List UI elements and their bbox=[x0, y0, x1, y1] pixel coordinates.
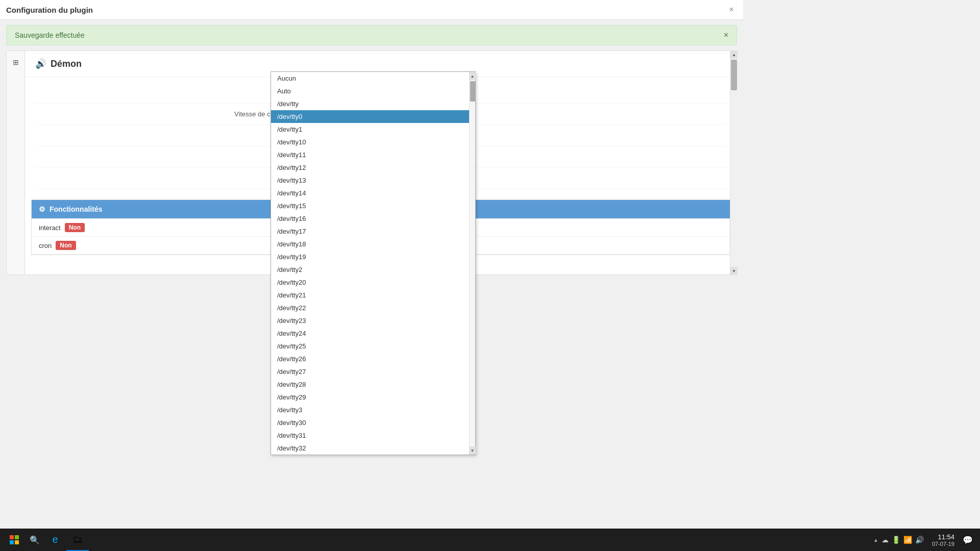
tray-wifi-icon: 📶 bbox=[903, 536, 912, 544]
search-button[interactable]: 🔍 bbox=[26, 531, 44, 549]
badge-interact: Non bbox=[65, 223, 85, 232]
dropdown-item[interactable]: /dev/tty30 bbox=[271, 416, 469, 429]
demon-icon: 🔊 bbox=[35, 58, 46, 69]
alert-close-button[interactable]: × bbox=[724, 31, 728, 40]
dropdown-item[interactable]: /dev/tty23 bbox=[271, 314, 469, 327]
tray-battery-icon: 🔋 bbox=[892, 536, 900, 544]
dropdown-scrollbar[interactable]: ▲ ▼ bbox=[469, 72, 475, 455]
titlebar: Configuration du plugin × bbox=[0, 0, 743, 20]
dropdown-item[interactable]: /dev/tty22 bbox=[271, 302, 469, 314]
dropdown-item[interactable]: /dev/tty19 bbox=[271, 251, 469, 263]
demon-title: Démon bbox=[51, 59, 82, 69]
dropdown-item[interactable]: /dev/tty26 bbox=[271, 353, 469, 365]
svg-rect-0 bbox=[10, 535, 14, 539]
clock-date: 07-07-19 bbox=[932, 541, 954, 547]
dropdown-item[interactable]: /dev/tty27 bbox=[271, 365, 469, 378]
tray-volume-icon: 🔊 bbox=[915, 536, 924, 544]
window-scrollbar[interactable]: ▲ ▼ bbox=[730, 51, 737, 275]
taskbar: 🔍 e 🗂 ▲ ☁ 🔋 📶 🔊 11:54 07-07-19 💬 bbox=[0, 529, 980, 551]
dropdown-item[interactable]: /dev/tty28 bbox=[271, 378, 469, 391]
dropdown-item[interactable]: /dev/tty10 bbox=[271, 136, 469, 148]
dropdown-item[interactable]: /dev/tty1 bbox=[271, 123, 469, 136]
scroll-down-arrow[interactable]: ▼ bbox=[730, 267, 738, 275]
dropdown-item[interactable]: /dev/tty16 bbox=[271, 212, 469, 225]
dropdown-item[interactable]: /dev/tty2 bbox=[271, 263, 469, 276]
tray-icons: ▲ ☁ 🔋 📶 🔊 bbox=[869, 536, 928, 544]
left-icon-bar: ⊞ bbox=[6, 51, 24, 275]
dropdown-item[interactable]: /dev/tty11 bbox=[271, 148, 469, 161]
notification-icon: 💬 bbox=[963, 535, 973, 545]
scroll-thumb[interactable] bbox=[731, 60, 737, 90]
dropdown-item[interactable]: /dev/tty bbox=[271, 97, 469, 110]
windows-logo-icon bbox=[10, 535, 19, 544]
dropdown-item[interactable]: /dev/tty13 bbox=[271, 174, 469, 187]
dropdown-list: AucunAuto/dev/tty/dev/tty0/dev/tty1/dev/… bbox=[271, 72, 469, 455]
dropdown-item[interactable]: /dev/tty25 bbox=[271, 340, 469, 353]
fonctionnalites-icon: ⚙ bbox=[39, 205, 45, 213]
ie-icon: e bbox=[52, 534, 58, 545]
files-icon: 🗂 bbox=[72, 534, 83, 545]
notification-button[interactable]: 💬 bbox=[959, 529, 977, 551]
dropdown-item[interactable]: /dev/tty0 bbox=[271, 110, 469, 123]
dropdown-scroll-up[interactable]: ▲ bbox=[470, 72, 476, 80]
fonc-label-cron: cron bbox=[39, 242, 52, 249]
scroll-up-arrow[interactable]: ▲ bbox=[730, 51, 738, 59]
start-button[interactable] bbox=[3, 531, 26, 549]
window-title: Configuration du plugin bbox=[6, 6, 93, 14]
tray-cloud-icon: ☁ bbox=[881, 536, 889, 544]
dropdown-item[interactable]: /dev/tty15 bbox=[271, 199, 469, 212]
window-close-button[interactable]: × bbox=[726, 4, 737, 15]
icon-bar-item-1[interactable]: ⊞ bbox=[10, 56, 22, 68]
alert-banner: Sauvegarde effectuée × bbox=[6, 25, 737, 45]
svg-rect-2 bbox=[10, 540, 14, 544]
dropdown-item[interactable]: /dev/tty21 bbox=[271, 289, 469, 302]
dropdown-item[interactable]: /dev/tty14 bbox=[271, 187, 469, 199]
taskbar-ie-button[interactable]: e bbox=[44, 529, 66, 551]
dropdown-overlay: AucunAuto/dev/tty/dev/tty0/dev/tty1/dev/… bbox=[271, 71, 476, 455]
dropdown-item[interactable]: /dev/tty29 bbox=[271, 391, 469, 404]
dropdown-item[interactable]: /dev/tty20 bbox=[271, 276, 469, 289]
dropdown-item[interactable]: /dev/tty24 bbox=[271, 327, 469, 340]
fonc-label-interact: interact bbox=[39, 224, 61, 232]
badge-cron: Non bbox=[56, 241, 76, 250]
dropdown-scroll-down[interactable]: ▼ bbox=[470, 446, 476, 455]
dropdown-item[interactable]: Aucun bbox=[271, 72, 469, 85]
svg-rect-3 bbox=[15, 540, 19, 544]
svg-rect-1 bbox=[15, 535, 19, 539]
dropdown-item[interactable]: /dev/tty32 bbox=[271, 442, 469, 455]
main-window: Configuration du plugin × Sauvegarde eff… bbox=[0, 0, 743, 275]
dropdown-item[interactable]: /dev/tty3 bbox=[271, 404, 469, 416]
dropdown-item[interactable]: /dev/tty31 bbox=[271, 429, 469, 442]
dropdown-item[interactable]: /dev/tty18 bbox=[271, 238, 469, 251]
dropdown-item[interactable]: /dev/tty17 bbox=[271, 225, 469, 238]
dropdown-item[interactable]: /dev/tty12 bbox=[271, 161, 469, 174]
tray-clock[interactable]: 11:54 07-07-19 bbox=[928, 533, 959, 547]
dropdown-scroll-thumb bbox=[470, 81, 475, 102]
taskbar-files-button[interactable]: 🗂 bbox=[66, 529, 89, 551]
alert-text: Sauvegarde effectuée bbox=[15, 31, 85, 39]
dropdown-item[interactable]: Auto bbox=[271, 85, 469, 97]
tray-chevron-icon[interactable]: ▲ bbox=[873, 537, 878, 543]
fonctionnalites-title: Fonctionnalités bbox=[50, 205, 102, 213]
clock-time: 11:54 bbox=[932, 533, 954, 541]
